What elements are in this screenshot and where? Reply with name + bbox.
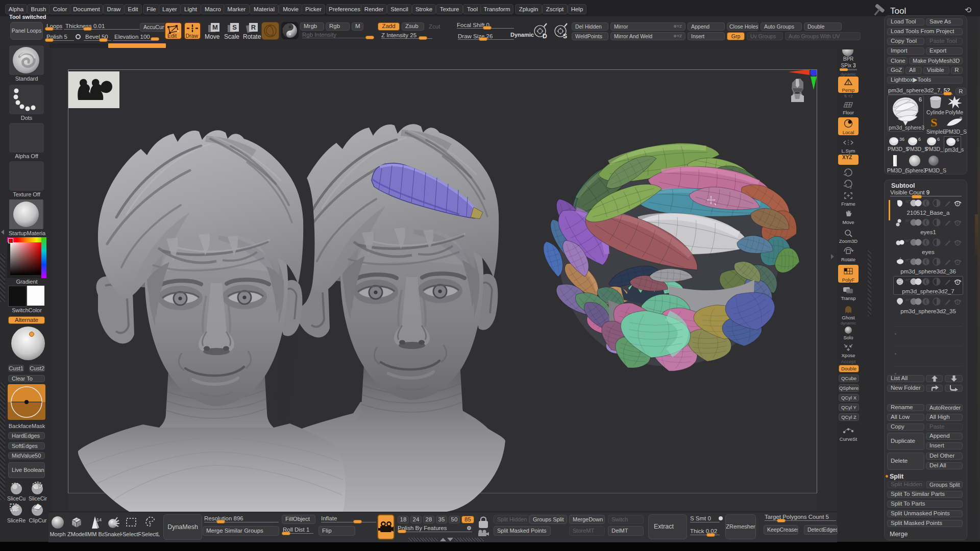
svg-text:9: 9 xyxy=(960,116,962,121)
svg-text:D: D xyxy=(543,33,547,40)
svg-text:6: 6 xyxy=(957,137,959,142)
svg-text:6: 6 xyxy=(918,137,921,142)
svg-text:S: S xyxy=(930,116,937,129)
svg-text:S: S xyxy=(563,33,567,40)
svg-text:z: z xyxy=(850,185,852,190)
svg-text:14: 14 xyxy=(96,517,102,522)
svg-text:6: 6 xyxy=(937,137,940,142)
svg-text:36: 36 xyxy=(899,137,904,142)
svg-text:XYZ: XYZ xyxy=(842,155,852,160)
svg-text:Edit: Edit xyxy=(167,33,177,39)
svg-text:Draw: Draw xyxy=(186,33,199,39)
